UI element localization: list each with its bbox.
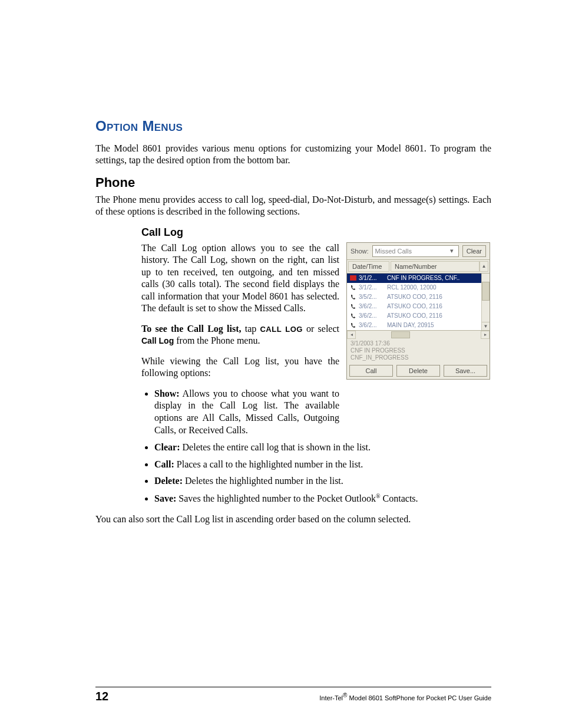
footer-doc-title: Inter-Tel® Model 8601 SoftPhone for Pock…	[108, 692, 491, 701]
footer-title-post: Model 8601 SoftPhone for Pocket PC User …	[347, 694, 491, 701]
calllog-cmd-post2: from the Phone menu.	[174, 335, 260, 345]
paragraph-phone-intro: The Phone menu provides access to call l…	[95, 194, 491, 218]
bullet-call-text: Places a call to the highlighted number …	[174, 459, 363, 469]
list-item-date: 3/6/2...	[359, 322, 385, 328]
heading-phone: Phone	[95, 175, 491, 190]
horizontal-scrollbar[interactable]: ◂ ▸	[347, 330, 490, 339]
list-item[interactable]: 3/1/2... RCL 12000, 12000	[347, 283, 481, 292]
list-item-name: ATSUKO COO, 2116	[387, 303, 479, 309]
save-button[interactable]: Save...	[444, 365, 487, 377]
detail-line-3: CNF_IN_PROGRESS	[351, 354, 486, 361]
bullet-show: Show: Allows you to choose what you want…	[154, 388, 339, 437]
scroll-up-icon[interactable]: ▲	[480, 261, 488, 272]
bullet-clear-label: Clear:	[154, 442, 180, 452]
bullet-save-label: Save:	[154, 493, 176, 503]
bullet-delete-label: Delete:	[154, 476, 183, 486]
call-log-list[interactable]: 3/1/2... CNF IN PROGRESS, CNF.. 3/1/2...…	[347, 274, 481, 330]
heading-call-log: Call Log	[141, 226, 491, 239]
list-item-name: ATSUKO COO, 2116	[387, 294, 479, 300]
column-header-date[interactable]: Date/Time	[348, 261, 389, 272]
list-item-date: 3/6/2...	[359, 303, 385, 309]
detail-line-2: CNF IN PROGRESS	[351, 347, 486, 354]
list-item-date: 3/1/2...	[359, 275, 385, 281]
list-item-date: 3/5/2...	[359, 294, 385, 300]
list-item[interactable]: 3/5/2... ATSUKO COO, 2116	[347, 292, 481, 302]
heading-option-menus: Option Menus	[95, 118, 491, 134]
scroll-down-icon[interactable]: ▼	[482, 322, 490, 330]
phone-icon	[349, 304, 356, 309]
column-header-name[interactable]: Name/Number	[391, 261, 480, 272]
list-item[interactable]: 3/6/2... ATSUKO COO, 2116	[347, 302, 481, 311]
call-detail-panel: 3/1/2003 17:36 CNF IN PROGRESS CNF_IN_PR…	[347, 339, 490, 364]
calllog-cmd-mid: tap	[242, 324, 260, 334]
bullet-show-label: Show:	[154, 388, 180, 398]
phone-icon	[349, 294, 356, 300]
show-dropdown-value: Missed Calls	[375, 248, 412, 255]
registered-icon: ®	[376, 493, 381, 499]
paragraph-calllog-1: The Call Log option allows you to see th…	[141, 242, 339, 315]
list-item-date: 3/6/2...	[359, 312, 385, 319]
missed-call-icon	[349, 275, 356, 281]
bullet-call-label: Call:	[154, 459, 174, 469]
list-item-name: RCL 12000, 12000	[387, 284, 479, 291]
phone-icon	[349, 322, 356, 328]
footer-title-pre: Inter-Tel	[319, 694, 343, 701]
bullet-save-text-post: Contacts.	[381, 493, 418, 503]
calllog-cmd-post1: or select	[303, 324, 339, 334]
scroll-right-icon[interactable]: ▸	[481, 331, 490, 339]
bullet-save-text-pre: Saves the highlighted number to the Pock…	[176, 493, 376, 503]
scrollbar-thumb[interactable]	[482, 282, 490, 301]
page-number: 12	[95, 690, 108, 703]
call-button[interactable]: Call	[349, 365, 393, 377]
bullet-save: Save: Saves the highlighted number to th…	[154, 492, 491, 505]
list-item-name: CNF IN PROGRESS, CNF..	[387, 275, 479, 281]
calllog-cmd-code: CALL LOG	[260, 325, 302, 334]
list-item-name: MAIN DAY, 20915	[387, 322, 479, 328]
paragraph-sort-note: You can also sort the Call Log list in a…	[95, 513, 491, 525]
calllog-cmd-pre: To see the Call Log list,	[141, 324, 242, 334]
paragraph-calllog-cmd: To see the Call Log list, tap CALL LOG o…	[141, 323, 339, 347]
list-item-date: 3/1/2...	[359, 284, 385, 291]
show-label: Show:	[351, 248, 369, 255]
bullet-clear: Clear: Deletes the entire call log that …	[154, 442, 491, 454]
call-log-screenshot: Show: Missed Calls ▾ Clear Date/Time Nam…	[346, 242, 490, 380]
bullet-clear-text: Deletes the entire call log that is show…	[180, 442, 371, 452]
scroll-left-icon[interactable]: ◂	[347, 331, 356, 339]
phone-icon	[349, 313, 356, 319]
scrollbar-thumb[interactable]	[391, 331, 410, 338]
paragraph-intro: The Model 8601 provides various menu opt…	[95, 143, 491, 167]
paragraph-calllog-3: While viewing the Call Log list, you hav…	[141, 355, 339, 380]
delete-button[interactable]: Delete	[396, 365, 440, 377]
detail-line-1: 3/1/2003 17:36	[351, 340, 486, 347]
calllog-cmd-bold: Call Log	[141, 336, 174, 345]
show-dropdown[interactable]: Missed Calls ▾	[372, 245, 459, 257]
bullet-delete-text: Deletes the highlighted number in the li…	[183, 476, 343, 486]
list-item[interactable]: 3/6/2... ATSUKO COO, 2116	[347, 311, 481, 321]
list-item[interactable]: 3/1/2... CNF IN PROGRESS, CNF..	[347, 274, 481, 283]
list-item-name: ATSUKO COO, 2116	[387, 312, 479, 319]
svg-rect-0	[350, 275, 356, 281]
clear-button[interactable]: Clear	[462, 245, 486, 257]
bullet-delete: Delete: Deletes the highlighted number i…	[154, 475, 491, 487]
list-item[interactable]: 3/6/2... MAIN DAY, 20915	[347, 321, 481, 330]
chevron-down-icon: ▾	[448, 247, 456, 255]
vertical-scrollbar[interactable]: ▼	[481, 274, 490, 330]
phone-icon	[349, 285, 356, 291]
page-footer: 12 Inter-Tel® Model 8601 SoftPhone for P…	[95, 687, 491, 703]
bullet-show-text: Allows you to choose what you want to di…	[154, 388, 339, 435]
bullet-call: Call: Places a call to the highlighted n…	[154, 459, 491, 471]
